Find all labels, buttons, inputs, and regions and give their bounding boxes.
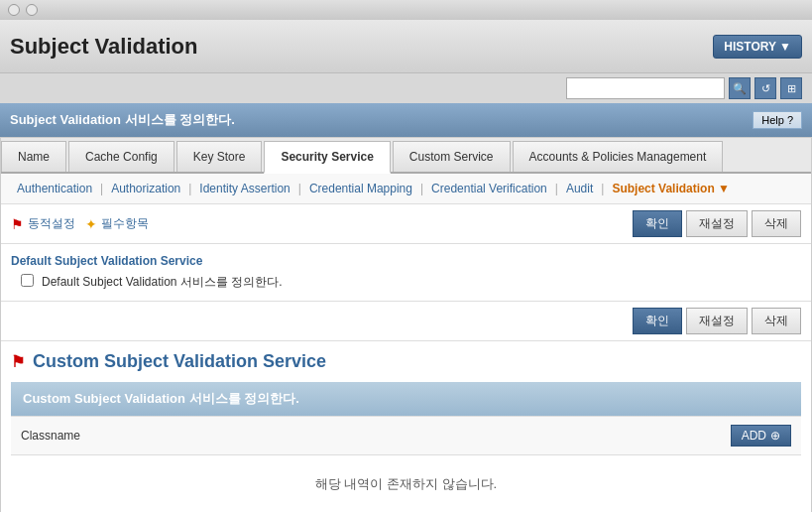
default-section-title[interactable]: Default Subject Validation Service	[11, 254, 801, 268]
default-description: Default Subject Validation 서비스를 정의한다.	[42, 274, 283, 291]
bottom-toolbar: 확인 재설정 삭제	[1, 302, 811, 341]
search-bar: 🔍 ↺ ⊞	[0, 73, 812, 103]
tab-custom-service[interactable]: Custom Service	[393, 141, 511, 172]
custom-desc-text: Custom Subject Validation 서비스를 정의한다.	[23, 391, 299, 406]
nav-authorization[interactable]: Authorization	[105, 180, 186, 197]
nav-credential-mapping[interactable]: Credential Mapping	[303, 180, 418, 197]
table-header: Classname ADD ⊕	[11, 416, 801, 455]
bottom-reset-button[interactable]: 재설정	[686, 308, 748, 334]
toolbar-right: 확인 재설정 삭제	[633, 210, 801, 237]
tab-bar: Name Cache Config Key Store Security Ser…	[1, 138, 811, 174]
bottom-confirm-button[interactable]: 확인	[633, 308, 682, 334]
add-button[interactable]: ADD ⊕	[731, 425, 791, 447]
help-icon: ?	[787, 114, 793, 126]
nav-identity-assertion[interactable]: Identity Assertion	[193, 180, 295, 197]
refresh-button[interactable]: ↺	[754, 77, 776, 99]
tab-key-store[interactable]: Key Store	[176, 141, 263, 172]
delete-button[interactable]: 삭제	[752, 210, 801, 237]
nav-credential-verification[interactable]: Credential Verification	[425, 180, 553, 197]
reset-button[interactable]: 재설정	[686, 210, 748, 237]
toolbar-left: ⚑ 동적설정 ✦ 필수항목	[11, 215, 149, 232]
help-button[interactable]: Help ?	[753, 111, 802, 129]
toolbar: ⚑ 동적설정 ✦ 필수항목 확인 재설정 삭제	[1, 204, 811, 244]
help-label: Help	[761, 114, 784, 126]
description-text: Subject Validation 서비스를 정의한다.	[10, 111, 235, 129]
custom-flag-icon: ⚑	[11, 352, 25, 371]
star-icon: ✦	[85, 216, 97, 232]
main-content: Name Cache Config Key Store Security Ser…	[0, 137, 812, 512]
default-checkbox[interactable]	[21, 274, 34, 287]
custom-section-title: ⚑ Custom Subject Validation Service	[11, 351, 801, 372]
tab-accounts-policies[interactable]: Accounts & Policies Management	[513, 141, 724, 172]
custom-title-text: Custom Subject Validation Service	[33, 351, 326, 372]
required-items[interactable]: ✦ 필수항목	[85, 215, 149, 232]
export-button[interactable]: ⊞	[780, 77, 802, 99]
bottom-delete-button[interactable]: 삭제	[752, 308, 801, 334]
classname-label: Classname	[21, 429, 80, 443]
required-label: 필수항목	[101, 215, 149, 232]
add-label: ADD	[742, 429, 766, 443]
confirm-button[interactable]: 확인	[633, 210, 682, 237]
nav-audit[interactable]: Audit	[560, 180, 599, 197]
default-section: Default Subject Validation Service Defau…	[1, 244, 811, 302]
flag-icon: ⚑	[11, 216, 24, 232]
tab-name[interactable]: Name	[1, 141, 66, 172]
add-icon: ⊕	[770, 429, 780, 443]
empty-message: 해당 내역이 존재하지 않습니다.	[11, 455, 801, 512]
search-button[interactable]: 🔍	[729, 77, 751, 99]
description-bar: Subject Validation 서비스를 정의한다. Help ?	[0, 103, 812, 137]
window-chrome	[0, 0, 812, 20]
default-section-content: Default Subject Validation 서비스를 정의한다.	[11, 274, 801, 291]
page-title: Subject Validation	[10, 34, 197, 60]
tab-security-service[interactable]: Security Service	[264, 141, 390, 174]
custom-desc-bar: Custom Subject Validation 서비스를 정의한다.	[11, 382, 801, 416]
history-button[interactable]: HISTORY ▼	[713, 35, 802, 59]
empty-text: 해당 내역이 존재하지 않습니다.	[315, 476, 497, 491]
nav-subject-validation[interactable]: Subject Validation ▼	[606, 180, 736, 197]
dynamic-settings[interactable]: ⚑ 동적설정	[11, 215, 75, 232]
minimize-button[interactable]	[26, 4, 38, 16]
close-button[interactable]	[8, 4, 20, 16]
custom-section: ⚑ Custom Subject Validation Service Cust…	[1, 341, 811, 512]
search-input[interactable]	[566, 77, 725, 99]
nav-bar: Authentication | Authorization | Identit…	[1, 174, 811, 204]
tab-cache-config[interactable]: Cache Config	[68, 141, 174, 172]
nav-authentication[interactable]: Authentication	[11, 180, 98, 197]
top-bar: Subject Validation HISTORY ▼	[0, 20, 812, 73]
dynamic-label: 동적설정	[28, 215, 75, 232]
